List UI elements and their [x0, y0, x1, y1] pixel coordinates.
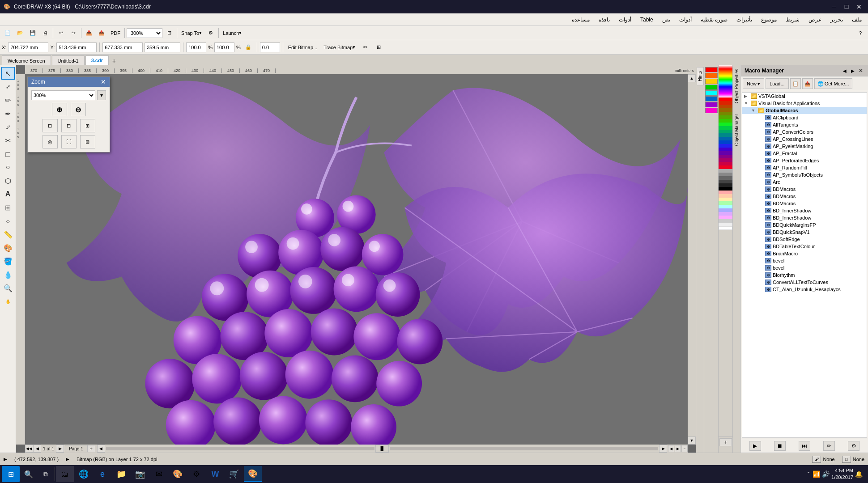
- macro-options-button[interactable]: ⚙: [848, 441, 859, 451]
- nav-prev[interactable]: ◀: [668, 445, 674, 452]
- tree-item-2[interactable]: ⚙AP_ConvertColors: [742, 128, 867, 136]
- menu-tools[interactable]: أدوات: [614, 15, 636, 25]
- zoom-fit[interactable]: ⊡: [163, 27, 175, 39]
- network-icon[interactable]: 📶: [813, 470, 820, 478]
- taskbar-files[interactable]: 📁: [112, 466, 130, 482]
- tree-item-16[interactable]: ⚙BDQuickSnapV1: [742, 229, 867, 236]
- hscroll-left[interactable]: ◀: [97, 445, 105, 453]
- dimension-tool[interactable]: ◇: [1, 215, 15, 227]
- freehand-tool[interactable]: ✏: [1, 94, 15, 106]
- color-swatch[interactable]: [705, 90, 718, 96]
- fill-tool[interactable]: 🎨: [1, 242, 15, 254]
- zoom-all-objects-button[interactable]: ⊠: [80, 135, 95, 148]
- macro-edit-button[interactable]: ✏: [823, 441, 835, 451]
- tree-item-5[interactable]: ⚙AP_Fractal: [742, 150, 867, 157]
- page-label-tab[interactable]: Page 1: [65, 445, 87, 452]
- tree-item-18[interactable]: ⚙BDTableTextColour: [742, 243, 867, 250]
- connector-tool[interactable]: 📏: [1, 228, 15, 241]
- macro-nav-right[interactable]: ▶: [849, 67, 856, 74]
- color-swatch[interactable]: [705, 96, 718, 102]
- taskbar-chrome[interactable]: 🌐: [75, 466, 93, 482]
- page-prev-button[interactable]: ◀: [33, 445, 41, 453]
- taskbar-store[interactable]: 🛒: [225, 466, 243, 482]
- height-input[interactable]: [145, 42, 180, 52]
- zoom-out-button[interactable]: ⊖: [71, 103, 86, 116]
- macro-load-button[interactable]: Load...: [766, 78, 789, 89]
- tree-item-12[interactable]: ⚙BDMacros: [742, 200, 867, 207]
- crop-button[interactable]: ✂: [359, 42, 371, 53]
- zoom-select[interactable]: 300%: [127, 28, 162, 38]
- page-first-button[interactable]: ◀◀: [25, 445, 33, 453]
- lock-ratio-button[interactable]: 🔒: [243, 42, 254, 53]
- tree-item-23[interactable]: ⚙ConvertALLTextToCurves: [742, 279, 867, 286]
- scroll-up-button[interactable]: ▲: [688, 74, 696, 82]
- color-swatch[interactable]: [705, 73, 718, 78]
- zoom-out-small[interactable]: −: [681, 445, 688, 452]
- color-swatch[interactable]: [705, 85, 718, 90]
- tree-item-11[interactable]: ⚙BDMacros: [742, 193, 867, 200]
- vertical-scrollbar[interactable]: ▲ ▼: [688, 74, 696, 445]
- macro-new-button[interactable]: New ▾: [743, 78, 764, 89]
- menu-object[interactable]: موضوع: [757, 15, 781, 25]
- snap-to[interactable]: Snap To ▾: [179, 27, 204, 39]
- zoom-full-button[interactable]: ⛶: [61, 135, 77, 148]
- time-display[interactable]: 4:54 PM 1/20/2017: [831, 467, 853, 481]
- width-input[interactable]: [102, 42, 143, 52]
- pan-tool[interactable]: ✋: [1, 295, 15, 308]
- zoom-dropdown-icon[interactable]: ▾: [97, 90, 106, 100]
- trace-bitmap-button[interactable]: Trace Bitmap ▾: [321, 42, 357, 53]
- tree-item-22[interactable]: ⚙Biorhythm: [742, 271, 867, 279]
- launch-button[interactable]: Launch ▾: [221, 27, 244, 39]
- zoom-fit-page-button[interactable]: ⊡: [43, 119, 58, 132]
- expand-vba[interactable]: ▼: [744, 101, 749, 106]
- tab-welcome[interactable]: Welcome Screen: [2, 55, 51, 65]
- export-button[interactable]: 📤: [96, 27, 107, 39]
- add-color-button[interactable]: +: [719, 438, 732, 446]
- close-button[interactable]: ✕: [854, 1, 864, 12]
- redo-button[interactable]: ↪: [68, 27, 79, 39]
- bucket-tool[interactable]: 🪣: [1, 255, 15, 267]
- text-tool[interactable]: A: [1, 188, 15, 200]
- outline-indicator[interactable]: □ None: [842, 456, 864, 463]
- lock-h-input[interactable]: [214, 42, 234, 52]
- menu-window[interactable]: نافذة: [594, 15, 614, 25]
- scroll-down-button[interactable]: ▼: [688, 436, 696, 445]
- macro-close-button[interactable]: ✕: [857, 67, 864, 74]
- menu-file[interactable]: ملف: [847, 15, 866, 25]
- menu-layout[interactable]: شريط: [781, 15, 804, 25]
- zoom-selected-button[interactable]: ◎: [43, 135, 58, 148]
- color-swatch[interactable]: [705, 79, 718, 84]
- taskbar-coreldraw[interactable]: 🎨: [244, 466, 262, 482]
- tree-item-21[interactable]: ⚙bevel: [742, 264, 867, 271]
- x-input[interactable]: [8, 42, 48, 52]
- help-button[interactable]: ?: [855, 27, 866, 39]
- taskbar-word[interactable]: W: [206, 466, 224, 482]
- tray-icons[interactable]: ⌃: [806, 471, 811, 477]
- taskbar-camera[interactable]: 📷: [131, 466, 149, 482]
- taskbar-settings[interactable]: ⚙: [187, 466, 205, 482]
- resample-button[interactable]: ⊞: [373, 42, 384, 53]
- hscroll-center[interactable]: ▐▌: [375, 445, 389, 453]
- tree-item-17[interactable]: ⚙BDSoftEdge: [742, 236, 867, 243]
- color-swatch[interactable]: [705, 102, 718, 107]
- zoom-tool[interactable]: 🔍: [1, 282, 15, 294]
- color-swatch[interactable]: [705, 67, 718, 72]
- tree-item-vstaglobal[interactable]: ▶ 📁 VSTAGlobal: [742, 93, 867, 100]
- menu-table2[interactable]: Table: [636, 15, 658, 25]
- tree-item-vba[interactable]: ▼ 📁 Visual Basic for Applications: [742, 100, 867, 107]
- taskbar-ie[interactable]: e: [94, 466, 111, 482]
- undo-button[interactable]: ↩: [55, 27, 67, 39]
- volume-icon[interactable]: 🔊: [822, 470, 830, 478]
- pen-tool[interactable]: ✒: [1, 107, 15, 120]
- start-button[interactable]: ⊞: [2, 466, 20, 482]
- tree-item-0[interactable]: ⚙AIClipboard: [742, 114, 867, 121]
- page-next-button[interactable]: ▶: [56, 445, 64, 453]
- taskbar-paint[interactable]: 🎨: [169, 466, 187, 482]
- tab-3cdr[interactable]: 3.cdr: [85, 55, 109, 65]
- pdf-button[interactable]: PDF: [108, 27, 123, 39]
- menu-bitmap[interactable]: صورة نقطية: [696, 15, 732, 25]
- tree-item-globalmacros[interactable]: ▼ 📁 GlobalMacros: [742, 107, 867, 114]
- macro-icon1-button[interactable]: 📋: [790, 78, 801, 89]
- tree-item-9[interactable]: ⚙Arc: [742, 178, 867, 186]
- rotation-input[interactable]: [260, 42, 280, 52]
